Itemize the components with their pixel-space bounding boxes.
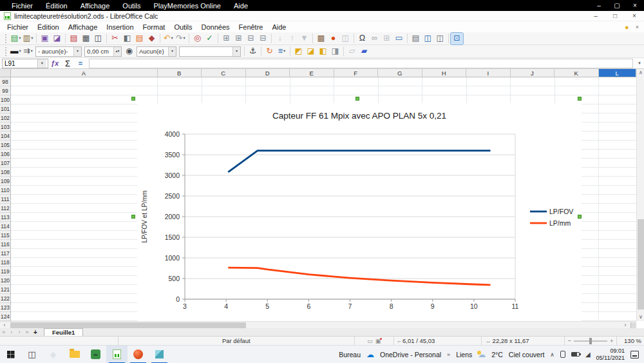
scroll-left-icon[interactable]: ‹: [0, 322, 9, 328]
to-background-button[interactable]: ▰: [358, 46, 370, 57]
border-width-spinner-arrow-icon[interactable]: ▴▾: [113, 47, 121, 56]
maximize-button[interactable]: □: [605, 12, 625, 19]
align-objects-button[interactable]: ≡: [276, 46, 288, 57]
menu-outils[interactable]: Outils: [169, 23, 196, 31]
row-header-116[interactable]: 116: [0, 240, 10, 249]
name-box-dropdown-icon[interactable]: ▾: [37, 59, 46, 68]
row-header-111[interactable]: 111: [0, 195, 10, 204]
menu-edition[interactable]: Édition: [33, 23, 64, 31]
to-foreground-button[interactable]: ▱: [346, 46, 358, 57]
chart-handle-top-right[interactable]: [578, 97, 582, 101]
menu-format[interactable]: Format: [138, 23, 170, 31]
file-explorer-button[interactable]: [64, 346, 85, 363]
sum-button[interactable]: Σ: [61, 59, 74, 68]
row-header-99[interactable]: 99: [0, 86, 10, 95]
column-header-k[interactable]: K: [554, 69, 599, 77]
send-backward-button[interactable]: ◧: [317, 46, 329, 57]
insert-rows-button[interactable]: ⊞: [220, 33, 232, 44]
next-sheet-icon[interactable]: ›: [15, 329, 23, 335]
horizontal-scrollbar-thumb[interactable]: [10, 322, 246, 328]
mode-segment[interactable]: ▭ ▣: [355, 337, 394, 345]
column-header-l[interactable]: L: [599, 69, 637, 77]
row-header-106[interactable]: 106: [0, 150, 10, 159]
minimize-button[interactable]: –: [586, 12, 605, 19]
system-menu-aide[interactable]: Aide: [227, 2, 254, 10]
zoom-level-segment[interactable]: 130 %: [616, 337, 644, 345]
function-wizard-button[interactable]: ƒx: [48, 59, 61, 67]
row-header-117[interactable]: 117: [0, 249, 10, 258]
toolbar-grip[interactable]: [5, 34, 7, 43]
libreoffice-calc-button[interactable]: [106, 346, 128, 363]
weather-icon[interactable]: ☁: [478, 350, 486, 359]
close-button[interactable]: ×: [625, 12, 644, 19]
network-icon[interactable]: ◢: [585, 351, 591, 358]
headers-footers-button[interactable]: ▤: [410, 33, 422, 44]
cube-app-button[interactable]: [149, 346, 170, 363]
chart-handle-middle-left[interactable]: [131, 215, 135, 219]
row-header-115[interactable]: 115: [0, 231, 10, 240]
print-preview-button[interactable]: ◫: [92, 33, 104, 44]
onedrive-label[interactable]: OneDrive - Personal: [380, 351, 441, 358]
system-menu-affichage[interactable]: Affichage: [74, 2, 117, 10]
column-header-e[interactable]: E: [290, 69, 334, 77]
column-header-a[interactable]: A: [11, 69, 158, 77]
freeze-rows-columns-button[interactable]: ◫: [422, 33, 434, 44]
close-document-icon[interactable]: ×: [636, 24, 639, 30]
area-fill-select-arrow-icon[interactable]: ▾: [232, 47, 240, 56]
cut-button[interactable]: ✂: [109, 33, 121, 44]
row-header-104[interactable]: 104: [0, 132, 10, 141]
menu-fenetre[interactable]: Fenêtre: [234, 23, 268, 31]
battery-icon[interactable]: [571, 352, 580, 357]
system-close-button[interactable]: ×: [626, 2, 644, 9]
row-header-103[interactable]: 103: [0, 123, 10, 132]
open-document-button[interactable]: ▥: [22, 33, 34, 44]
scroll-up-icon[interactable]: ∧: [637, 69, 644, 77]
toolbar-overflow-icon[interactable]: »: [447, 351, 450, 358]
insert-chart-button[interactable]: ●: [327, 33, 339, 44]
chart-handle-middle-right[interactable]: [578, 215, 582, 219]
zoom-out-icon[interactable]: −: [567, 337, 571, 344]
row-header-124[interactable]: 124: [0, 312, 10, 321]
first-sheet-icon[interactable]: «: [0, 329, 8, 335]
save-as-button[interactable]: ◪: [51, 33, 63, 44]
chart-handle-top-left[interactable]: [131, 97, 135, 101]
hidden-icons-chevron-icon[interactable]: ∧: [550, 351, 554, 358]
row-header-102[interactable]: 102: [0, 113, 10, 123]
scroll-down-icon[interactable]: ∨: [637, 313, 644, 321]
arrow-style-button[interactable]: ⇉: [22, 46, 34, 57]
row-header-107[interactable]: 107: [0, 159, 10, 168]
system-menu-playmemories-online[interactable]: PlayMemories Online: [147, 2, 227, 10]
sheet-tab-feuille1[interactable]: Feuille1: [44, 328, 83, 336]
area-style-select[interactable]: Aucun(e)▾: [137, 46, 176, 57]
vertical-scrollbar-thumb[interactable]: [638, 219, 644, 309]
column-header-j[interactable]: J: [511, 69, 555, 77]
clone-formatting-button[interactable]: ◆: [146, 33, 158, 44]
column-header-d[interactable]: D: [246, 69, 290, 77]
border-style-select[interactable]: - aucun(e)-▾: [35, 46, 82, 57]
select-all-corner[interactable]: [0, 69, 11, 77]
copy-button[interactable]: ◧: [121, 33, 133, 44]
name-box[interactable]: ▾: [2, 59, 48, 68]
expand-formula-bar-icon[interactable]: ▾: [635, 61, 644, 66]
clock[interactable]: 09:01 05/11/2021: [596, 348, 625, 362]
split-handle[interactable]: [630, 322, 636, 328]
row-header-114[interactable]: 114: [0, 222, 10, 231]
column-header-c[interactable]: C: [202, 69, 246, 77]
weather-description[interactable]: Ciel couvert: [509, 351, 544, 358]
chart-object[interactable]: Capteur FF 61 Mpix avec APO PLAN 5x 0,21…: [137, 103, 582, 321]
row-header-122[interactable]: 122: [0, 294, 10, 303]
desktop-toolbar-label[interactable]: Bureau: [339, 351, 361, 358]
save-button[interactable]: ▣: [39, 33, 51, 44]
line-style-button[interactable]: ▬: [10, 46, 22, 57]
equals-button[interactable]: =: [74, 59, 87, 67]
row-header-110[interactable]: 110: [0, 186, 10, 195]
row-header-113[interactable]: 113: [0, 213, 10, 222]
row-header-119[interactable]: 119: [0, 267, 10, 276]
column-header-h[interactable]: H: [422, 69, 467, 77]
device-icon[interactable]: [560, 351, 565, 358]
system-restore-button[interactable]: ▢: [608, 2, 626, 9]
chart-handle-top-middle[interactable]: [355, 97, 359, 101]
menu-fichier[interactable]: Fichier: [3, 23, 33, 31]
dropbox-button[interactable]: ◆: [43, 346, 64, 363]
rotate-button[interactable]: ↻: [263, 46, 276, 57]
